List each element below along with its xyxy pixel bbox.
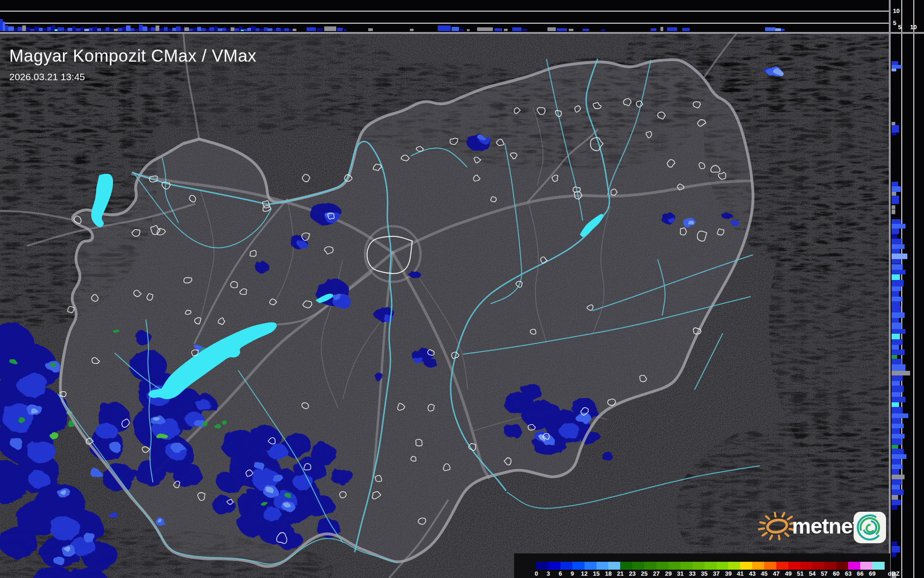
echo-top-bar (892, 475, 905, 479)
echo-top-bar (892, 133, 896, 135)
colorbar-tick: 60 (833, 571, 839, 577)
metnet-logo: metnet (748, 508, 892, 549)
colorbar-swatch (728, 562, 740, 570)
echo-top-bar (168, 29, 172, 31)
radar-map (0, 0, 924, 578)
echo-top-bar (892, 339, 903, 345)
echo-top-bar (569, 29, 573, 31)
sun-ray (787, 517, 792, 520)
echo-top-bar (892, 312, 905, 318)
colorbar-swatch (812, 562, 824, 570)
echo-top-bar (218, 28, 222, 31)
echo-top-bar (892, 192, 896, 196)
echo-top-bar (118, 28, 122, 31)
echo-top-bar (892, 196, 899, 204)
echo-top-bar (438, 25, 451, 31)
colorbar-tick: 51 (797, 571, 804, 577)
echo-top-bar (892, 397, 905, 402)
echo-top-bar (892, 553, 896, 557)
colorbar-swatch (836, 562, 849, 570)
echo-top-bar (892, 445, 898, 449)
echo-top-bar (892, 301, 900, 306)
echo-top-bar (156, 25, 159, 31)
colorbar-tick: 45 (761, 571, 767, 577)
echo-top-bar (892, 402, 899, 407)
echo-top-bar (892, 254, 907, 259)
echo-top-bar (268, 28, 272, 31)
echo-top-bar (14, 28, 18, 31)
colorbar-tick: 0 (534, 571, 538, 577)
echo-top-bar (324, 26, 336, 31)
echo-top-bar (106, 27, 109, 31)
colorbar-tick: 6 (559, 571, 562, 577)
colorbar-tick: 37 (713, 571, 719, 577)
echo-top-bar (189, 29, 193, 31)
app-spiral-icon (853, 510, 886, 544)
sun-ray (762, 533, 767, 536)
colorbar-tick: 33 (689, 571, 695, 577)
echo-top-bar (892, 500, 901, 505)
echo-top-bar (660, 27, 663, 31)
echo-top-bar (281, 29, 284, 31)
echo-top-bar (193, 28, 197, 31)
echo-top-bar (892, 244, 905, 249)
echo-top-bar (5, 25, 8, 31)
echo-top-bar (47, 27, 51, 31)
top-vmax-profile-strip (0, 0, 889, 32)
sun-ray (760, 521, 765, 524)
colorbar-tick: 15 (593, 571, 599, 577)
echo-top-bar (231, 27, 234, 31)
colorbar-swatch (692, 562, 704, 570)
echo-top-bar (651, 28, 656, 31)
colorbar-swatch (597, 562, 609, 570)
echo-top-bar (214, 26, 218, 31)
height-scale-label: 10 (893, 8, 899, 14)
echo-top-bar (892, 546, 900, 553)
echo-top-bar (892, 234, 897, 239)
title-block: Magyar Kompozit CMax / VMax 2026.03.21 1… (9, 46, 257, 83)
colorbar-tick: 12 (581, 571, 587, 577)
timestamp: 2026.03.21 13:45 (9, 71, 257, 83)
echo-top-bar (43, 28, 47, 31)
echo-top-bar (892, 186, 901, 192)
echo-top-bar (84, 29, 89, 31)
echo-top-bar (495, 28, 502, 31)
height-scale-label: 10 (910, 24, 917, 30)
echo-top-bar (276, 28, 281, 31)
colorbar-tick: 49 (785, 571, 792, 577)
echo-top-bar (68, 28, 72, 31)
echo-top-bar (452, 27, 459, 31)
sun-ray (785, 533, 788, 536)
colorbar-tick: 23 (629, 571, 635, 577)
echo-top-bar (892, 318, 899, 323)
echo-top-bar (892, 61, 898, 65)
height-scale-label: 5 (893, 20, 896, 26)
colorbar-swatch (848, 562, 860, 570)
echo-top-bar (176, 26, 181, 31)
echo-top-bar (284, 28, 289, 31)
echo-top-bar (601, 29, 605, 31)
echo-top-bar (272, 29, 276, 31)
logo-text: metnet (792, 514, 859, 538)
echo-top-bar (892, 182, 898, 186)
colorbar-tick: 39 (725, 571, 731, 577)
height-scale-label: 5 (898, 24, 901, 30)
sun-ray (775, 513, 775, 516)
echo-top-bar (892, 210, 895, 214)
echo-top-bar (251, 26, 256, 31)
colorbar-swatch (872, 562, 884, 570)
colorbar-tick: 54 (809, 571, 815, 577)
echo-top-bar (522, 29, 527, 31)
echo-top-bar (892, 219, 901, 224)
echo-top-bar (93, 27, 97, 31)
echo-top-bar (18, 27, 22, 31)
colorbar-tick: 57 (821, 571, 827, 577)
colorbar-tick: 35 (701, 571, 707, 577)
echo-top-bar (197, 27, 201, 31)
colorbar-swatch (824, 562, 836, 570)
echo-top-bar (164, 27, 168, 31)
echo-top-bar (226, 29, 231, 31)
echo-top-bar (892, 205, 895, 209)
echo-top-bar (892, 329, 905, 334)
echo-top-bar (892, 505, 897, 510)
